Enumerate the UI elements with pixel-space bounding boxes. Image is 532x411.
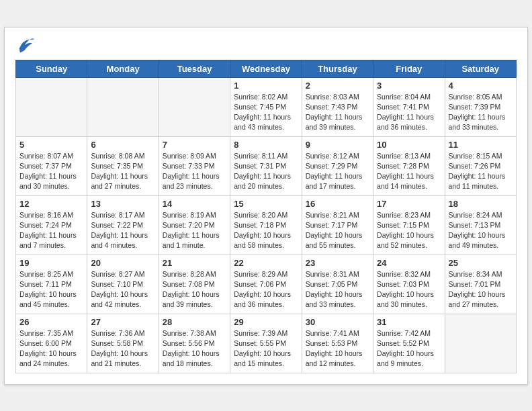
day-info: Sunrise: 8:28 AM Sunset: 7:08 PM Dayligh… [163,269,226,310]
calendar-week-row: 19Sunrise: 8:25 AM Sunset: 7:11 PM Dayli… [16,255,517,314]
calendar-day-cell [87,77,159,136]
day-number: 21 [163,258,226,268]
day-number: 3 [377,81,441,91]
day-info: Sunrise: 8:13 AM Sunset: 7:28 PM Dayligh… [377,151,441,192]
day-info: Sunrise: 8:34 AM Sunset: 7:01 PM Dayligh… [449,269,513,310]
day-number: 13 [91,199,154,209]
calendar-day-cell: 8Sunrise: 8:11 AM Sunset: 7:31 PM Daylig… [230,136,302,195]
day-number: 22 [234,258,298,268]
day-info: Sunrise: 8:16 AM Sunset: 7:24 PM Dayligh… [19,210,83,251]
calendar-day-cell: 20Sunrise: 8:27 AM Sunset: 7:10 PM Dayli… [87,255,159,314]
day-info: Sunrise: 8:11 AM Sunset: 7:31 PM Dayligh… [234,151,298,192]
day-number: 4 [449,81,513,91]
day-number: 31 [377,317,441,327]
calendar-day-cell: 5Sunrise: 8:07 AM Sunset: 7:37 PM Daylig… [16,136,87,195]
calendar-day-cell: 7Sunrise: 8:09 AM Sunset: 7:33 PM Daylig… [159,136,230,195]
day-info: Sunrise: 8:09 AM Sunset: 7:33 PM Dayligh… [163,151,226,192]
day-info: Sunrise: 8:20 AM Sunset: 7:18 PM Dayligh… [234,210,298,251]
calendar-day-cell: 13Sunrise: 8:17 AM Sunset: 7:22 PM Dayli… [87,195,159,255]
day-number: 18 [449,199,513,209]
day-info: Sunrise: 8:29 AM Sunset: 7:06 PM Dayligh… [234,269,298,310]
day-info: Sunrise: 8:32 AM Sunset: 7:03 PM Dayligh… [377,269,441,310]
day-number: 10 [377,140,441,150]
day-info: Sunrise: 8:23 AM Sunset: 7:15 PM Dayligh… [377,210,441,251]
calendar-day-cell: 22Sunrise: 8:29 AM Sunset: 7:06 PM Dayli… [230,255,302,314]
calendar-day-cell: 15Sunrise: 8:20 AM Sunset: 7:18 PM Dayli… [230,195,302,255]
day-info: Sunrise: 8:25 AM Sunset: 7:11 PM Dayligh… [19,269,83,310]
calendar-day-cell: 19Sunrise: 8:25 AM Sunset: 7:11 PM Dayli… [16,255,87,314]
calendar-day-cell: 26Sunrise: 7:35 AM Sunset: 6:00 PM Dayli… [16,314,87,373]
calendar-day-cell: 29Sunrise: 7:39 AM Sunset: 5:55 PM Dayli… [230,314,302,373]
day-number: 23 [306,258,369,268]
calendar-day-cell: 31Sunrise: 7:42 AM Sunset: 5:52 PM Dayli… [373,314,445,373]
day-info: Sunrise: 8:04 AM Sunset: 7:41 PM Dayligh… [377,92,441,133]
calendar-day-cell: 23Sunrise: 8:31 AM Sunset: 7:05 PM Dayli… [302,255,373,314]
day-number: 16 [306,199,369,209]
calendar-day-cell: 18Sunrise: 8:24 AM Sunset: 7:13 PM Dayli… [445,195,516,255]
day-number: 12 [19,199,83,209]
calendar-day-cell: 21Sunrise: 8:28 AM Sunset: 7:08 PM Dayli… [159,255,230,314]
day-number: 29 [234,317,298,327]
day-number: 1 [234,81,298,91]
day-number: 2 [306,81,369,91]
day-info: Sunrise: 7:38 AM Sunset: 5:56 PM Dayligh… [163,328,226,369]
calendar-day-cell: 27Sunrise: 7:36 AM Sunset: 5:58 PM Dayli… [87,314,159,373]
weekday-header-cell: Monday [87,60,159,77]
logo [15,36,38,54]
calendar-day-cell: 2Sunrise: 8:03 AM Sunset: 7:43 PM Daylig… [302,77,373,136]
calendar-day-cell: 9Sunrise: 8:12 AM Sunset: 7:29 PM Daylig… [302,136,373,195]
day-info: Sunrise: 8:03 AM Sunset: 7:43 PM Dayligh… [306,92,369,133]
calendar-day-cell: 10Sunrise: 8:13 AM Sunset: 7:28 PM Dayli… [373,136,445,195]
day-info: Sunrise: 8:19 AM Sunset: 7:20 PM Dayligh… [163,210,226,251]
day-info: Sunrise: 8:05 AM Sunset: 7:39 PM Dayligh… [449,92,513,133]
day-number: 26 [19,317,83,327]
calendar-body: 1Sunrise: 8:02 AM Sunset: 7:45 PM Daylig… [16,77,517,373]
day-info: Sunrise: 8:07 AM Sunset: 7:37 PM Dayligh… [19,151,83,192]
calendar-day-cell: 1Sunrise: 8:02 AM Sunset: 7:45 PM Daylig… [230,77,302,136]
day-info: Sunrise: 7:42 AM Sunset: 5:52 PM Dayligh… [377,328,441,369]
day-info: Sunrise: 8:15 AM Sunset: 7:26 PM Dayligh… [449,151,513,192]
calendar-day-cell: 12Sunrise: 8:16 AM Sunset: 7:24 PM Dayli… [16,195,87,255]
day-number: 28 [163,317,226,327]
calendar-day-cell: 14Sunrise: 8:19 AM Sunset: 7:20 PM Dayli… [159,195,230,255]
day-number: 5 [19,140,83,150]
day-info: Sunrise: 8:21 AM Sunset: 7:17 PM Dayligh… [306,210,369,251]
calendar-day-cell: 11Sunrise: 8:15 AM Sunset: 7:26 PM Dayli… [445,136,516,195]
weekday-header-cell: Tuesday [159,60,230,77]
calendar-day-cell: 4Sunrise: 8:05 AM Sunset: 7:39 PM Daylig… [445,77,516,136]
calendar-day-cell: 16Sunrise: 8:21 AM Sunset: 7:17 PM Dayli… [302,195,373,255]
day-info: Sunrise: 7:35 AM Sunset: 6:00 PM Dayligh… [19,328,83,369]
calendar-day-cell: 25Sunrise: 8:34 AM Sunset: 7:01 PM Dayli… [445,255,516,314]
day-info: Sunrise: 8:24 AM Sunset: 7:13 PM Dayligh… [449,210,513,251]
calendar-day-cell: 17Sunrise: 8:23 AM Sunset: 7:15 PM Dayli… [373,195,445,255]
calendar-day-cell: 6Sunrise: 8:08 AM Sunset: 7:35 PM Daylig… [87,136,159,195]
weekday-header-row: SundayMondayTuesdayWednesdayThursdayFrid… [16,60,517,77]
calendar-header [15,36,517,54]
day-info: Sunrise: 7:39 AM Sunset: 5:55 PM Dayligh… [234,328,298,369]
calendar-day-cell [159,77,230,136]
day-number: 19 [19,258,83,268]
calendar-week-row: 26Sunrise: 7:35 AM Sunset: 6:00 PM Dayli… [16,314,517,373]
day-info: Sunrise: 8:02 AM Sunset: 7:45 PM Dayligh… [234,92,298,133]
day-number: 8 [234,140,298,150]
day-number: 11 [449,140,513,150]
day-number: 30 [306,317,369,327]
weekday-header-cell: Friday [373,60,445,77]
day-info: Sunrise: 8:12 AM Sunset: 7:29 PM Dayligh… [306,151,369,192]
day-number: 20 [91,258,154,268]
day-info: Sunrise: 7:36 AM Sunset: 5:58 PM Dayligh… [91,328,154,369]
calendar-day-cell: 28Sunrise: 7:38 AM Sunset: 5:56 PM Dayli… [159,314,230,373]
day-info: Sunrise: 8:27 AM Sunset: 7:10 PM Dayligh… [91,269,154,310]
day-number: 7 [163,140,226,150]
calendar-day-cell [445,314,516,373]
calendar-day-cell: 24Sunrise: 8:32 AM Sunset: 7:03 PM Dayli… [373,255,445,314]
calendar-week-row: 5Sunrise: 8:07 AM Sunset: 7:37 PM Daylig… [16,136,517,195]
weekday-header-cell: Saturday [445,60,516,77]
calendar-day-cell [16,77,87,136]
calendar-table: SundayMondayTuesdayWednesdayThursdayFrid… [15,60,517,373]
weekday-header-cell: Thursday [302,60,373,77]
day-info: Sunrise: 8:31 AM Sunset: 7:05 PM Dayligh… [306,269,369,310]
calendar-day-cell: 3Sunrise: 8:04 AM Sunset: 7:41 PM Daylig… [373,77,445,136]
calendar-week-row: 1Sunrise: 8:02 AM Sunset: 7:45 PM Daylig… [16,77,517,136]
day-number: 25 [449,258,513,268]
